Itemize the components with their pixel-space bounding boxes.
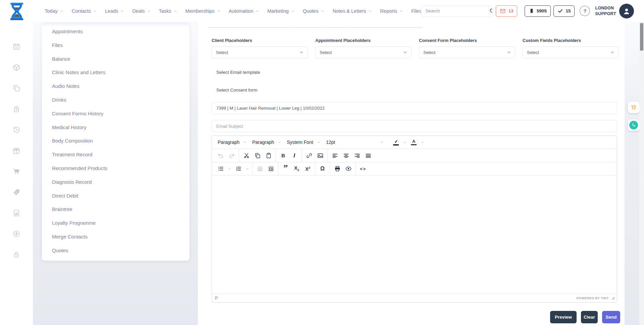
- menu-item-recommended-products[interactable]: Recommended Products: [52, 162, 190, 175]
- phone-badge[interactable]: 5905: [525, 5, 551, 17]
- mail-badge[interactable]: 13: [496, 5, 517, 17]
- nav-item-marketing[interactable]: Marketing: [267, 8, 294, 14]
- nav-item-files[interactable]: Files: [411, 8, 422, 14]
- menu-item-merge-contacts[interactable]: Merge Contacts: [52, 230, 190, 244]
- lock-icon[interactable]: [12, 251, 20, 259]
- outdent-button[interactable]: [254, 164, 265, 174]
- menu-item-quotes[interactable]: Quotes: [52, 244, 190, 258]
- send-button[interactable]: Send: [602, 311, 620, 323]
- calendar-icon[interactable]: 12: [12, 43, 20, 51]
- preview-eye-button[interactable]: [343, 164, 354, 174]
- indent-button[interactable]: [265, 164, 276, 174]
- copy-icon[interactable]: [12, 84, 20, 92]
- menu-item-appointments[interactable]: Appointments: [52, 25, 190, 39]
- appointment-placeholders-select[interactable]: Select: [315, 46, 412, 58]
- nav-item-leads[interactable]: Leads: [105, 8, 124, 14]
- copy-button[interactable]: [252, 151, 263, 161]
- menu-item-files[interactable]: Files: [52, 39, 190, 52]
- menu-item-loyalty-programme[interactable]: Loyalty Programme: [52, 216, 190, 230]
- pabau-logo[interactable]: [9, 3, 25, 20]
- bold-button[interactable]: B: [278, 151, 289, 161]
- nav-item-deals[interactable]: Deals: [132, 8, 150, 14]
- paragraph-format-select[interactable]: Paragraph: [250, 137, 284, 147]
- menu-item-consent-forms[interactable]: Consent Forms History: [52, 107, 190, 121]
- numbered-list-button[interactable]: 123: [233, 164, 244, 174]
- appointment-info-field[interactable]: 7399 | M | Laser Hair Removal | Lower Le…: [212, 102, 617, 114]
- consent-form-placeholders-select[interactable]: Select: [419, 46, 515, 58]
- editor-content-area[interactable]: [212, 175, 617, 293]
- subscript-button[interactable]: X2: [291, 164, 302, 174]
- package-icon[interactable]: [12, 63, 20, 71]
- text-style-group: B I: [276, 149, 302, 162]
- insert-image-button[interactable]: [315, 151, 326, 161]
- history-icon[interactable]: [12, 126, 20, 134]
- nav-item-memberships[interactable]: Memberships: [185, 8, 220, 14]
- client-placeholders-select[interactable]: Select: [212, 46, 308, 58]
- page-scrollbar[interactable]: [639, 22, 644, 325]
- search-input[interactable]: [421, 6, 489, 16]
- nav-item-reports[interactable]: Reports: [380, 8, 403, 14]
- report-icon[interactable]: [12, 209, 20, 217]
- text-color-button[interactable]: A: [408, 137, 419, 147]
- bullet-list-button[interactable]: [215, 164, 226, 174]
- nav-item-tasks[interactable]: Tasks: [159, 8, 177, 14]
- nav-item-contacts[interactable]: Contacts: [72, 8, 97, 14]
- font-family-select[interactable]: System Font: [284, 137, 323, 147]
- justify-button[interactable]: [363, 151, 374, 161]
- align-right-button[interactable]: [352, 151, 363, 161]
- undo-button[interactable]: [215, 151, 226, 161]
- account-lock-icon[interactable]: [12, 230, 20, 238]
- menu-item-medical-history[interactable]: Medical History: [52, 121, 190, 134]
- cut-button[interactable]: [241, 151, 252, 161]
- select-consent-form[interactable]: Select Consent form: [212, 84, 617, 96]
- print-button[interactable]: [332, 164, 343, 174]
- resize-handle-icon[interactable]: [611, 296, 615, 300]
- align-left-button[interactable]: [329, 151, 340, 161]
- tasks-badge[interactable]: 15: [553, 5, 575, 17]
- select-email-template[interactable]: Select Email template: [212, 66, 617, 78]
- preview-button[interactable]: Preview: [550, 311, 577, 323]
- avatar[interactable]: [619, 4, 634, 18]
- menu-item-braintree[interactable]: Braintree: [52, 203, 190, 216]
- help-button[interactable]: ?: [580, 6, 590, 16]
- menu-item-balance[interactable]: Balance: [52, 52, 190, 66]
- price-tag-icon[interactable]: $: [12, 188, 20, 196]
- nav-item-automation[interactable]: Automation: [229, 8, 259, 14]
- nav-item-today[interactable]: Today: [45, 8, 63, 14]
- superscript-button[interactable]: X2: [302, 164, 313, 174]
- redo-button[interactable]: [226, 151, 237, 161]
- paste-button[interactable]: [263, 151, 274, 161]
- shopping-bag-icon[interactable]: [12, 105, 20, 113]
- highlight-color-button[interactable]: [390, 137, 401, 147]
- search-button[interactable]: [489, 6, 492, 16]
- numbered-list-menu[interactable]: [244, 164, 251, 174]
- menu-item-audio-notes[interactable]: Audio Notes: [52, 79, 190, 93]
- text-color-menu[interactable]: [419, 137, 426, 147]
- phone-fab-button[interactable]: [628, 119, 639, 131]
- menu-item-drinks[interactable]: Drinks: [52, 93, 190, 107]
- email-subject-input[interactable]: [212, 120, 617, 132]
- block-format-select[interactable]: Paragraph: [215, 137, 250, 147]
- menu-item-direct-debit[interactable]: Direct Debit: [52, 189, 190, 203]
- source-code-button[interactable]: <>: [358, 164, 369, 174]
- font-size-select[interactable]: 12pt: [323, 137, 386, 147]
- menu-item-body-composition[interactable]: Body Composition: [52, 134, 190, 148]
- highlight-color-menu[interactable]: [401, 137, 408, 147]
- cart-fab-button[interactable]: [628, 102, 639, 113]
- scrollbar-thumb[interactable]: [640, 23, 643, 51]
- nav-item-quotes[interactable]: Quotes: [303, 8, 324, 14]
- custom-fields-placeholders-select[interactable]: Select: [523, 46, 619, 58]
- link-button[interactable]: [304, 151, 315, 161]
- cart-icon[interactable]: [12, 167, 20, 175]
- nav-item-notes-letters[interactable]: Notes & Letters: [332, 8, 372, 14]
- gift-icon[interactable]: [12, 147, 20, 155]
- menu-item-clinic-notes[interactable]: Clinic Notes and Letters: [52, 66, 190, 79]
- align-center-button[interactable]: [340, 151, 352, 161]
- menu-item-treatment-record[interactable]: Treatment Record: [52, 148, 190, 162]
- menu-item-diagnosis-record[interactable]: Diagnosis Record: [52, 175, 190, 189]
- italic-button[interactable]: I: [289, 151, 300, 161]
- clear-button[interactable]: Clear: [581, 311, 598, 323]
- special-character-button[interactable]: Ω: [317, 164, 328, 174]
- bullet-list-menu[interactable]: [226, 164, 233, 174]
- blockquote-button[interactable]: ”: [280, 164, 291, 174]
